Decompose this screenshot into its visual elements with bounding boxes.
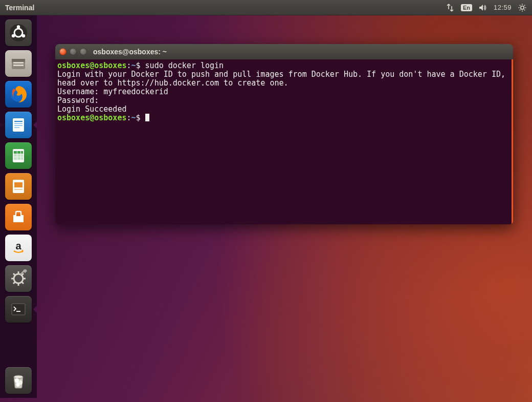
- files-icon: [9, 54, 28, 73]
- terminal-icon: [9, 300, 28, 319]
- launcher-files[interactable]: [5, 50, 32, 77]
- svg-rect-35: [14, 182, 23, 187]
- svg-rect-36: [14, 189, 23, 190]
- svg-rect-32: [17, 157, 20, 160]
- svg-rect-27: [21, 151, 23, 154]
- top-panel: Terminal En 12:59: [0, 0, 532, 15]
- svg-rect-17: [13, 65, 24, 66]
- launcher-terminal[interactable]: [5, 296, 32, 323]
- svg-text:a: a: [15, 240, 21, 251]
- svg-rect-25: [14, 151, 17, 154]
- svg-rect-29: [17, 154, 20, 157]
- svg-point-51: [14, 375, 23, 378]
- window-title: osboxes@osboxes: ~: [93, 48, 167, 56]
- firefox-icon: [8, 83, 29, 105]
- launcher-settings[interactable]: [5, 265, 32, 292]
- launcher-amazon[interactable]: a: [5, 235, 32, 261]
- svg-rect-33: [21, 157, 23, 160]
- launcher-writer[interactable]: [5, 112, 32, 138]
- trash-icon: [8, 370, 29, 391]
- svg-line-7: [520, 9, 520, 10]
- prompt-user-host: osboxes@osboxes: [57, 61, 126, 70]
- launcher-impress[interactable]: [5, 173, 32, 200]
- language-indicator[interactable]: En: [461, 0, 472, 15]
- svg-point-0: [521, 6, 524, 9]
- prompt-dollar: $: [136, 61, 141, 70]
- terminal-body[interactable]: osboxes@osboxes:~$ sudo docker login Log…: [55, 59, 513, 224]
- window-minimize-button[interactable]: [70, 48, 77, 55]
- svg-rect-16: [13, 62, 24, 64]
- terminal-cursor: [145, 114, 149, 121]
- prompt-colon: :: [126, 61, 131, 70]
- svg-rect-23: [14, 127, 19, 128]
- launcher-software[interactable]: [5, 204, 32, 230]
- svg-rect-48: [23, 269, 27, 273]
- svg-point-11: [17, 25, 20, 28]
- software-icon: [9, 208, 28, 226]
- svg-line-44: [13, 273, 15, 276]
- language-badge: En: [461, 4, 472, 11]
- writer-icon: [9, 116, 28, 134]
- prompt-path: ~: [131, 61, 136, 70]
- svg-line-45: [22, 282, 24, 284]
- svg-point-52: [15, 378, 19, 383]
- svg-line-8: [524, 5, 525, 5]
- terminal-output-line: Login with your Docker ID to push and pu…: [57, 70, 510, 88]
- prompt-user-host: osboxes@osboxes: [57, 113, 126, 122]
- settings-icon: [9, 269, 28, 288]
- window-maximize-button[interactable]: [80, 48, 87, 55]
- unity-launcher: a: [0, 15, 37, 398]
- svg-rect-28: [14, 154, 17, 157]
- svg-point-39: [14, 274, 23, 283]
- svg-rect-26: [17, 151, 20, 154]
- launcher-calc[interactable]: [5, 142, 32, 169]
- terminal-command: sudo docker login: [145, 61, 224, 70]
- terminal-window[interactable]: osboxes@osboxes: ~ osboxes@osboxes:~$ su…: [55, 44, 513, 224]
- gear-icon: [518, 3, 527, 12]
- svg-line-6: [524, 9, 525, 10]
- network-indicator[interactable]: [446, 0, 455, 15]
- clock-indicator[interactable]: 12:59: [494, 0, 512, 15]
- calc-icon: [9, 146, 28, 165]
- amazon-icon: a: [9, 239, 28, 257]
- window-titlebar[interactable]: osboxes@osboxes: ~: [55, 44, 513, 59]
- ubuntu-logo-icon: [8, 23, 29, 43]
- terminal-username-value: myfreedockerid: [103, 87, 168, 96]
- terminal-login-succeeded: Login Succeeded: [57, 104, 126, 114]
- launcher-dash[interactable]: [5, 19, 32, 46]
- network-icon: [446, 3, 455, 12]
- svg-rect-30: [21, 154, 23, 157]
- svg-line-5: [520, 5, 520, 5]
- svg-rect-31: [14, 157, 17, 160]
- volume-icon: [478, 3, 487, 12]
- prompt-path: ~: [131, 113, 136, 122]
- svg-point-12: [22, 34, 25, 37]
- svg-rect-22: [14, 125, 23, 126]
- impress-icon: [9, 177, 28, 196]
- terminal-username-label: Username:: [57, 87, 103, 96]
- svg-point-13: [12, 34, 15, 37]
- svg-rect-49: [12, 304, 25, 315]
- svg-rect-20: [14, 121, 23, 122]
- launcher-trash[interactable]: [5, 367, 32, 394]
- prompt-colon: :: [126, 113, 131, 122]
- launcher-firefox[interactable]: [5, 81, 32, 108]
- svg-rect-21: [14, 123, 23, 124]
- prompt-dollar: $: [136, 113, 141, 122]
- window-close-button[interactable]: [59, 48, 66, 55]
- indicator-area: En 12:59: [446, 0, 532, 15]
- terminal-password-label: Password:: [57, 96, 103, 105]
- svg-rect-37: [16, 214, 20, 216]
- panel-app-title: Terminal: [0, 4, 446, 12]
- session-indicator[interactable]: [518, 0, 527, 15]
- svg-point-54: [16, 383, 20, 387]
- svg-rect-15: [12, 59, 25, 62]
- svg-line-46: [13, 282, 15, 284]
- sound-indicator[interactable]: [478, 0, 487, 15]
